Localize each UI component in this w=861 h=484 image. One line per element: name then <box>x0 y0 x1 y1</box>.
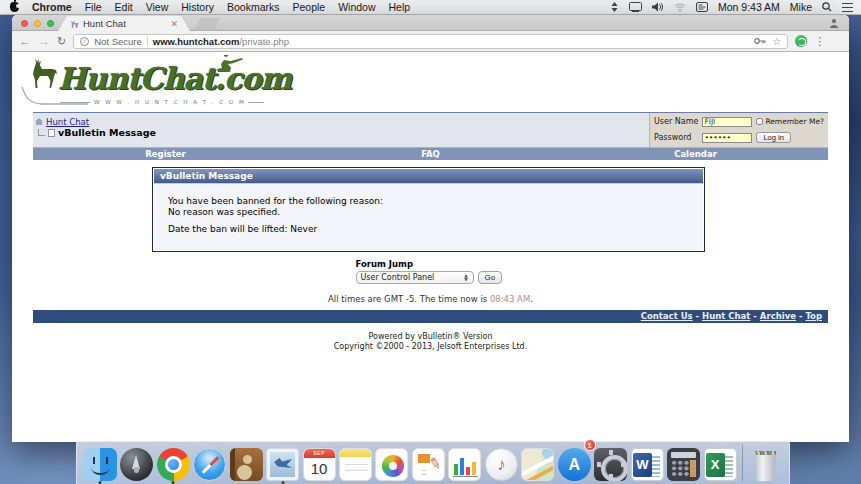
password-input[interactable] <box>702 133 752 143</box>
select-stepper-icon: ▲▼ <box>462 273 471 283</box>
apple-menu-icon[interactable] <box>10 2 19 12</box>
dock-excel[interactable]: X <box>702 443 738 481</box>
hunt-chat-link[interactable]: Hunt Chat <box>702 311 750 321</box>
dock-word[interactable]: W <box>629 443 665 481</box>
top-link[interactable]: Top <box>805 311 822 321</box>
menu-edit[interactable]: Edit <box>115 1 133 13</box>
logo-title: HuntChat.com <box>58 61 291 96</box>
menu-bar-user[interactable]: Mike <box>790 1 812 13</box>
dock-numbers[interactable] <box>447 443 483 481</box>
menu-window[interactable]: Window <box>338 1 375 13</box>
calendar-day: 10 <box>304 458 335 480</box>
username-input[interactable] <box>702 117 752 127</box>
dock-pages[interactable] <box>410 443 446 481</box>
bookmark-star-icon[interactable]: ☆ <box>772 36 781 47</box>
menu-people[interactable]: People <box>292 1 325 13</box>
system-preferences-icon <box>594 448 627 481</box>
minimize-window-button[interactable] <box>34 20 41 27</box>
browser-window: Hunt Chat ✕ ← → ↻ i Not Secure www.huntc… <box>12 15 849 442</box>
finder-icon <box>84 448 117 481</box>
new-tab-button[interactable] <box>194 18 220 31</box>
menu-bookmarks[interactable]: Bookmarks <box>227 1 280 13</box>
page-info-icon[interactable]: i <box>80 37 89 46</box>
dock-itunes[interactable] <box>483 443 519 481</box>
browser-tab[interactable]: Hunt Chat ✕ <box>58 16 190 31</box>
dock-contacts[interactable] <box>228 443 264 481</box>
login-button[interactable]: Log in <box>756 132 790 143</box>
huntchat-logo[interactable]: HuntChat.com W W W . H U N T C H A T . C… <box>26 55 286 113</box>
forward-button[interactable]: → <box>38 35 50 47</box>
dock-maps[interactable] <box>520 443 556 481</box>
dock-mail[interactable] <box>264 443 300 481</box>
close-window-button[interactable] <box>21 20 28 27</box>
profile-avatar-icon[interactable] <box>829 18 839 28</box>
times-suffix: . <box>530 294 533 304</box>
zoom-window-button[interactable] <box>47 20 54 27</box>
dock-photos[interactable] <box>374 443 410 481</box>
dock-calculator[interactable] <box>666 443 702 481</box>
security-label: Not Secure <box>94 36 142 47</box>
extension-icon[interactable] <box>795 35 807 47</box>
nav-calendar-link[interactable]: Calendar <box>563 148 828 160</box>
reload-button[interactable]: ↻ <box>57 35 66 48</box>
archive-link[interactable]: Archive <box>760 311 796 321</box>
remember-me: Remember Me? <box>756 117 824 126</box>
window-controls <box>21 20 54 27</box>
tab-close-icon[interactable]: ✕ <box>170 19 178 29</box>
menu-file[interactable]: File <box>85 1 102 13</box>
dock-finder[interactable] <box>82 443 118 481</box>
numbers-icon <box>448 448 481 481</box>
contact-us-link[interactable]: Contact Us <box>641 311 693 321</box>
nav-register-link[interactable]: Register <box>33 148 298 160</box>
notes-icon <box>339 448 372 481</box>
menu-extra-window-icon[interactable] <box>696 2 708 12</box>
back-button[interactable]: ← <box>19 35 31 47</box>
dock-launchpad[interactable] <box>118 443 154 481</box>
ban-lift-line: Date the ban will be lifted: Never <box>168 224 703 235</box>
dock-calendar[interactable]: SEP 10 <box>301 443 337 481</box>
forum-jump-select[interactable]: User Control Panel ▲▼ <box>356 271 474 284</box>
forum-nav-bar: Register FAQ Calendar <box>33 148 828 160</box>
address-bar[interactable]: i Not Secure www.huntchat.com/private.ph… <box>73 34 788 49</box>
dock-trash[interactable] <box>747 443 783 481</box>
menu-bar-clock[interactable]: Mon 9:43 AM <box>718 1 780 13</box>
safari-icon <box>193 448 226 481</box>
dock-notes[interactable] <box>337 443 373 481</box>
wifi-icon[interactable] <box>674 3 686 12</box>
powered-by: Powered by vBulletin® Version Copyright … <box>12 332 849 352</box>
web-page: HuntChat.com W W W . H U N T C H A T . C… <box>12 52 849 441</box>
ban-reason-line: You have been banned for the following r… <box>168 196 703 207</box>
url-host: www.huntchat.com <box>153 36 240 47</box>
remember-me-label: Remember Me? <box>765 117 824 126</box>
dock-system-preferences[interactable] <box>593 443 629 481</box>
menu-help[interactable]: Help <box>389 1 411 13</box>
omnibox-divider <box>147 36 148 46</box>
trash-icon <box>754 451 778 481</box>
menu-history[interactable]: History <box>181 1 214 13</box>
timezone-note: All times are GMT -5. The time now is 08… <box>12 294 849 304</box>
dock-app-store[interactable]: A 1 <box>556 443 592 481</box>
breadcrumb-forum-link[interactable]: Hunt Chat <box>46 117 89 127</box>
updown-arrows-icon[interactable] <box>610 2 619 12</box>
logo-tagline: W W W . H U N T C H A T . C O M <box>94 99 246 105</box>
mail-icon <box>266 448 299 481</box>
dock-safari[interactable] <box>191 443 227 481</box>
macos-menu-bar: Chrome File Edit View History Bookmarks … <box>0 0 861 15</box>
remember-me-checkbox[interactable] <box>756 118 763 125</box>
browser-menu-icon[interactable]: ⋮ <box>814 35 825 48</box>
forum-header-table: Hunt Chat vBulletin Message User Name Re… <box>33 112 828 160</box>
nav-faq-link[interactable]: FAQ <box>298 148 563 160</box>
spotlight-search-icon[interactable] <box>822 2 832 12</box>
volume-icon[interactable] <box>652 2 664 12</box>
menu-app-name[interactable]: Chrome <box>32 1 72 13</box>
dock-chrome[interactable] <box>155 443 191 481</box>
notification-center-icon[interactable] <box>842 3 853 12</box>
menu-view[interactable]: View <box>146 1 169 13</box>
elbow-icon <box>38 129 45 136</box>
password-key-icon[interactable] <box>754 37 766 45</box>
display-mirroring-icon[interactable] <box>629 2 642 12</box>
browser-toolbar: ← → ↻ i Not Secure www.huntchat.com/priv… <box>12 31 849 52</box>
go-button[interactable]: Go <box>478 271 503 284</box>
login-box: User Name Remember Me? Password Log in <box>649 113 828 147</box>
calendar-month: SEP <box>304 449 335 458</box>
